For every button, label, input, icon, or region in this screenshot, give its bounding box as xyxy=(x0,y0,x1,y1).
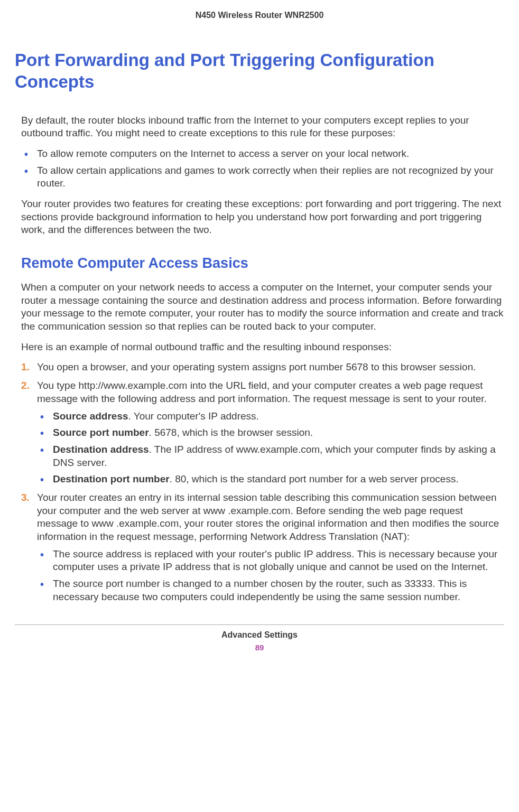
step-1: You open a browser, and your operating s… xyxy=(21,361,504,374)
step-3: Your router creates an entry in its inte… xyxy=(21,491,504,604)
step-3-text: Your router creates an entry in its inte… xyxy=(37,492,499,542)
page-footer: Advanced Settings 89 xyxy=(15,624,504,652)
intro-paragraph-2: Your router provides two features for cr… xyxy=(21,198,504,237)
source-address-label: Source address xyxy=(53,410,128,422)
footer-page-number: 89 xyxy=(15,643,504,652)
section-paragraph-2: Here is an example of normal outbound tr… xyxy=(21,341,504,354)
step-2-sub-c: Destination address. The IP address of w… xyxy=(37,443,504,469)
step-2-text: You type http://www.example.com into the… xyxy=(37,380,487,404)
intro-bullet-2: To allow certain applications and games … xyxy=(21,164,504,190)
footer-section-name: Advanced Settings xyxy=(15,630,504,640)
main-heading: Port Forwarding and Port Triggering Conf… xyxy=(15,49,504,93)
header-product-title: N450 Wireless Router WNR2500 xyxy=(15,11,504,20)
step-2-sub-a: Source address. Your computer's IP addre… xyxy=(37,410,504,423)
step-3-sub-a: The source address is replaced with your… xyxy=(37,548,504,574)
source-address-text: . Your computer's IP address. xyxy=(128,410,259,422)
source-port-label: Source port number xyxy=(53,427,149,438)
step-2: You type http://www.example.com into the… xyxy=(21,379,504,486)
step-3-sub-b: The source port number is changed to a n… xyxy=(37,577,504,603)
dest-address-label: Destination address xyxy=(53,444,149,455)
section-heading: Remote Computer Access Basics xyxy=(21,255,504,272)
step-2-sub-b: Source port number. 5678, which is the b… xyxy=(37,426,504,440)
dest-port-text: . 80, which is the standard port number … xyxy=(170,473,459,484)
step-2-sub-d: Destination port number. 80, which is th… xyxy=(37,473,504,486)
intro-bullet-1: To allow remote computers on the Interne… xyxy=(21,147,504,161)
source-port-text: . 5678, which is the browser session. xyxy=(149,427,313,438)
dest-port-label: Destination port number xyxy=(53,473,170,484)
section-paragraph-1: When a computer on your network needs to… xyxy=(21,281,504,333)
intro-paragraph-1: By default, the router blocks inbound tr… xyxy=(21,114,504,140)
